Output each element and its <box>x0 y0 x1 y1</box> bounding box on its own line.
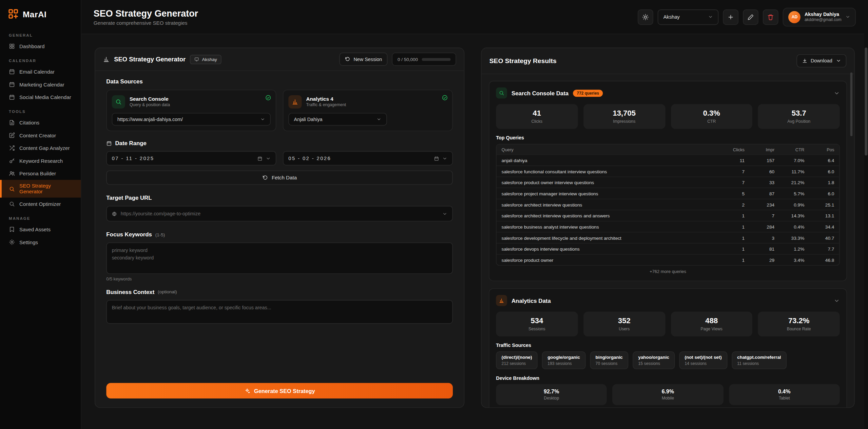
traffic-sources-list: (direct)/(none) 212 sessions google/orga… <box>496 351 840 369</box>
new-session-button[interactable]: New Session <box>340 53 388 66</box>
sun-icon <box>642 14 649 20</box>
search-console-property-select[interactable]: https://www.anjali-dahiya.com/ <box>112 113 271 126</box>
table-row: salesforce devops interview questions181… <box>497 243 839 254</box>
sidebar: MarAI GENERAL Dashboard CALENDAR Email C… <box>0 0 81 429</box>
delete-workspace-button[interactable] <box>763 9 779 25</box>
sidebar-item-label: Social Media Calendar <box>19 94 71 100</box>
token-counter: 0 / 50,000 <box>392 53 456 66</box>
more-queries-note: +762 more queries <box>496 266 840 274</box>
sidebar-item-marketing-calendar[interactable]: Marketing Calendar <box>0 78 81 91</box>
analytics-property-select[interactable]: Anjali Dahiya <box>288 113 387 126</box>
sidebar-item-content-optimizer[interactable]: Content Optimizer <box>0 198 81 211</box>
connected-check-icon <box>442 95 448 101</box>
results-scrollbar[interactable] <box>850 73 853 136</box>
search-console-section-title: Search Console Data <box>512 90 568 96</box>
stat-card-sessions: 534 Sessions <box>496 312 578 336</box>
brand-logo[interactable]: MarAI <box>0 7 81 27</box>
results-title: SEO Strategy Results <box>489 57 557 65</box>
sidebar-section-manage: MANAGE <box>0 210 81 223</box>
chevron-down-icon <box>260 117 265 122</box>
workspace-badge: Akshay <box>190 55 221 64</box>
sidebar-section-tools: TOOLS <box>0 103 81 116</box>
sidebar-item-dashboard[interactable]: Dashboard <box>0 40 81 53</box>
workspace-select[interactable]: Akshay <box>658 9 719 25</box>
stat-card-page-views: 488 Page Views <box>671 312 752 336</box>
sidebar-item-label: Marketing Calendar <box>19 82 64 87</box>
avatar: AD <box>789 11 801 23</box>
chevron-down-icon <box>836 58 841 64</box>
sidebar-item-label: Content Creator <box>19 133 56 138</box>
sidebar-item-citations[interactable]: Citations <box>0 116 81 129</box>
analytics-section-header[interactable]: Analytics Data <box>496 295 840 306</box>
generator-title: SEO Strategy Generator <box>114 56 186 63</box>
sidebar-item-seo-strategy-generator[interactable]: SEO Strategy Generator <box>0 180 81 197</box>
traffic-source-chip: yahoo/organic 15 sessions <box>633 351 675 369</box>
calendar-icon <box>9 69 15 75</box>
page-title: SEO Strategy Generator <box>94 8 198 19</box>
end-date-input[interactable]: 05 - 02 - 2026 <box>283 151 453 165</box>
calendar-icon <box>9 81 15 87</box>
users-icon <box>9 171 15 177</box>
business-context-label: Business Context (optional) <box>106 289 453 295</box>
focus-keywords-label: Focus Keywords (1-5) <box>106 231 453 237</box>
data-sources-label: Data Sources <box>106 79 453 85</box>
generate-seo-strategy-button[interactable]: Generate SEO Strategy <box>106 383 453 398</box>
analytics-section: Analytics Data 534 Sessions 352 Users <box>489 288 847 407</box>
chevron-down-icon <box>442 156 447 161</box>
gear-icon <box>9 239 15 245</box>
target-url-input[interactable] <box>121 211 439 216</box>
sidebar-item-social-media-calendar[interactable]: Social Media Calendar <box>0 91 81 104</box>
edit-icon <box>9 132 15 138</box>
target-url-field[interactable] <box>106 206 453 221</box>
sidebar-item-label: Content Optimizer <box>19 201 61 207</box>
chevron-down-icon <box>834 297 840 304</box>
download-button[interactable]: Download <box>796 54 846 67</box>
fetch-data-button[interactable]: Fetch Data <box>106 171 453 185</box>
search-console-icon <box>112 95 125 109</box>
device-card-desktop: 92.7% Desktop <box>496 384 607 405</box>
search-console-property-value: https://www.anjali-dahiya.com/ <box>117 117 183 122</box>
chevron-down-icon <box>708 14 713 19</box>
token-progress-bar <box>422 58 451 61</box>
sidebar-item-settings[interactable]: Settings <box>0 236 81 249</box>
sidebar-item-email-calendar[interactable]: Email Calendar <box>0 65 81 78</box>
table-row: salesforce project manager interview que… <box>497 188 839 199</box>
sidebar-item-content-gap-analyzer[interactable]: Content Gap Analyzer <box>0 142 81 155</box>
add-workspace-button[interactable] <box>723 9 739 25</box>
theme-toggle-button[interactable] <box>638 9 654 25</box>
brand-name: MarAI <box>23 9 46 19</box>
sidebar-section-general: GENERAL <box>0 27 81 40</box>
connected-check-icon <box>265 95 271 101</box>
sidebar-item-saved-assets[interactable]: Saved Assets <box>0 223 81 236</box>
brand-logo-icon <box>8 8 19 19</box>
start-date-input[interactable]: 07 - 11 - 2025 <box>106 151 276 165</box>
stat-card-ctr: 0.3% CTR <box>671 104 752 129</box>
device-breakdown-list: 92.7% Desktop 6.9% Mobile 0.4% Tablet <box>496 384 840 405</box>
keywords-counter: 0/5 keywords <box>106 277 453 282</box>
edit-workspace-button[interactable] <box>743 9 759 25</box>
business-context-textarea[interactable] <box>106 300 453 324</box>
page-subtitle: Generate comprehensive SEO strategies <box>94 20 198 26</box>
sidebar-item-content-creator[interactable]: Content Creator <box>0 129 81 142</box>
bookmark-icon <box>9 226 15 232</box>
page-scrollbar-thumb[interactable] <box>865 47 867 155</box>
device-card-tablet: 0.4% Tablet <box>729 384 840 405</box>
table-header-row: Query Clicks Impr CTR Pos <box>497 144 839 154</box>
sidebar-item-keyword-research[interactable]: Keyword Research <box>0 154 81 167</box>
traffic-sources-label: Traffic Sources <box>496 343 840 348</box>
focus-keywords-hint: (1-5) <box>155 232 165 237</box>
sidebar-item-persona-builder[interactable]: Persona Builder <box>0 167 81 180</box>
stat-card-bounce-rate: 73.2% Bounce Rate <box>758 312 840 336</box>
queries-count-badge: 772 queries <box>573 90 603 97</box>
chevron-down-icon <box>377 117 382 122</box>
source-subtitle: Traffic & engagement <box>306 102 346 108</box>
device-breakdown-label: Device Breakdown <box>496 375 840 381</box>
search-console-section-header[interactable]: Search Console Data 772 queries <box>496 87 840 99</box>
focus-keywords-textarea[interactable] <box>106 242 453 274</box>
table-row: salesforce development lifecycle and dep… <box>497 232 839 243</box>
sidebar-item-label: Content Gap Analyzer <box>19 145 70 151</box>
chevron-down-icon <box>442 211 447 216</box>
user-menu[interactable]: AD Akshay Dahiya akddme@gmail.com <box>783 7 856 26</box>
workspace-select-value: Akshay <box>663 14 680 20</box>
page-scrollbar[interactable] <box>864 0 868 429</box>
